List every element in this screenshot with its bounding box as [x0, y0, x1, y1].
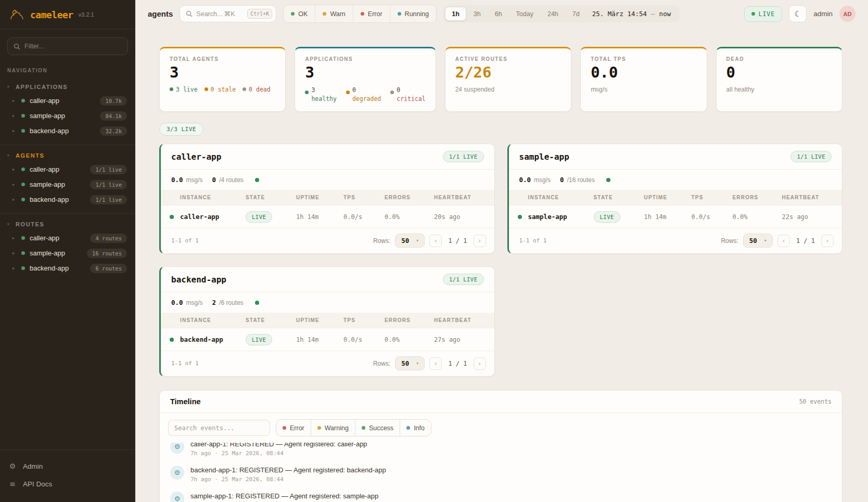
running-dot: [398, 12, 401, 16]
breakdown-label: healthy: [311, 95, 336, 104]
app-card-title[interactable]: sample-app: [519, 152, 569, 162]
app-logo: cameleer v3.2.1: [0, 0, 135, 29]
filter-label: Warning: [325, 424, 349, 432]
timeline-event-list[interactable]: ⚙ caller-app-1: REGISTERED — Agent regis…: [168, 443, 834, 502]
chevron-right-icon: ›: [478, 359, 481, 367]
uptime-cell: 1h 14m: [296, 336, 343, 343]
app-card-title[interactable]: caller-app: [171, 152, 221, 162]
timeline-search-input[interactable]: [168, 420, 270, 436]
time-range-1h[interactable]: 1h: [445, 7, 466, 21]
topbar: agents Ctrl+K OK Warn Error Running: [135, 0, 868, 27]
timeline-filter-success[interactable]: Success: [355, 420, 400, 436]
table-row[interactable]: caller-app LIVE 1h 14m 0.0/s 0.0% 20s ag…: [161, 205, 494, 228]
sidebar-group-header-applications[interactable]: ▾ APPLICATIONS: [6, 81, 129, 93]
sidebar-item-applications-caller-app[interactable]: ▸ caller-app 10.7k: [6, 93, 129, 108]
next-page-button[interactable]: ›: [821, 235, 834, 247]
time-range-24h[interactable]: 24h: [541, 7, 565, 21]
ok-dot: [291, 12, 295, 16]
routes-active-value: 0: [212, 176, 216, 184]
timeline-filter-info[interactable]: Info: [400, 420, 431, 436]
filter-error-button[interactable]: Error: [353, 5, 390, 22]
uptime-cell: 1h 14m: [296, 213, 343, 221]
timeline-filter-warning[interactable]: Warning: [311, 420, 355, 436]
time-range-6h[interactable]: 6h: [488, 7, 509, 21]
prev-page-button[interactable]: ‹: [429, 357, 442, 370]
next-page-button[interactable]: ›: [474, 357, 486, 370]
tps-cell: 0.0/s: [692, 213, 733, 221]
list-icon: ≡: [8, 480, 17, 488]
stat-subtext: msg/s: [591, 86, 696, 93]
sidebar-item-applications-backend-app[interactable]: ▸ backend-app 32.2k: [6, 123, 129, 138]
app-card-title[interactable]: backend-app: [171, 275, 226, 285]
rows-per-page-select[interactable]: 50 ▾: [743, 234, 773, 248]
instance-name: backend-app: [180, 336, 246, 343]
item-badge: 84.1k: [100, 111, 127, 121]
filter-label: OK: [298, 10, 308, 18]
chevron-right-icon: ›: [478, 237, 481, 244]
avatar[interactable]: AD: [839, 6, 856, 22]
chevron-left-icon: ‹: [782, 237, 785, 244]
stat-label: DEAD: [726, 56, 832, 62]
gear-icon: ⚙: [8, 462, 17, 470]
stat-subtext: all healthy: [726, 86, 832, 93]
sidebar-item-api-docs[interactable]: ≡ API Docs: [8, 475, 127, 493]
moon-icon: ☾: [794, 9, 801, 19]
filter-input[interactable]: [24, 43, 122, 50]
sidebar-item-routes-sample-app[interactable]: ▸ sample-app 16 routes: [6, 246, 129, 261]
item-badge: 1/1 live: [90, 165, 127, 174]
status-dot: [21, 129, 25, 133]
rows-per-page-select[interactable]: 50 ▾: [395, 234, 425, 248]
rows-per-page-value: 50: [749, 237, 757, 244]
filter-ok-button[interactable]: OK: [284, 5, 315, 22]
sidebar-group-header-agents[interactable]: ▾ AGENTS: [6, 149, 129, 162]
rows-label: Rows:: [721, 237, 738, 244]
time-range-today[interactable]: Today: [509, 7, 540, 21]
timeline-filter-group: Error Warning Success Info: [276, 419, 431, 436]
rows-per-page-select[interactable]: 50 ▾: [395, 356, 425, 370]
sidebar-item-applications-sample-app[interactable]: ▸ sample-app 84.1k: [6, 108, 129, 123]
event-title: caller-app-1: REGISTERED — Agent registe…: [190, 443, 367, 448]
table-row[interactable]: sample-app LIVE 1h 14m 0.0/s 0.0% 22s ag…: [509, 205, 843, 228]
group-label: ROUTES: [16, 221, 44, 227]
table-row[interactable]: backend-app LIVE 1h 14m 0.0/s 0.0% 27s a…: [161, 328, 494, 351]
pagination-range: 1-1 of 1: [171, 237, 199, 244]
search-input[interactable]: [196, 10, 244, 18]
time-range-3h[interactable]: 3h: [467, 7, 488, 21]
instance-status-dot: [518, 215, 522, 219]
sidebar-item-agents-caller-app[interactable]: ▸ caller-app 1/1 live: [6, 162, 129, 177]
table-header: INSTANCESTATEUPTIME TPSERRORSHEARTBEAT: [161, 190, 494, 205]
sidebar-item-routes-backend-app[interactable]: ▸ backend-app 6 routes: [6, 261, 129, 276]
sidebar-item-agents-sample-app[interactable]: ▸ sample-app 1/1 live: [6, 177, 129, 192]
time-range-7d[interactable]: 7d: [566, 7, 586, 21]
prev-page-button[interactable]: ‹: [777, 235, 790, 247]
timeline-event[interactable]: ⚙ caller-app-1: REGISTERED — Agent regis…: [168, 443, 834, 461]
filter-warn-button[interactable]: Warn: [315, 5, 352, 22]
errors-cell: 0.0%: [385, 213, 434, 221]
prev-page-button[interactable]: ‹: [429, 235, 442, 247]
filter-running-button[interactable]: Running: [390, 5, 437, 22]
sidebar-group-header-routes[interactable]: ▾ ROUTES: [6, 218, 129, 230]
stat-card-dead: DEAD 0 all healthy: [716, 47, 843, 112]
timeline-filter-error[interactable]: Error: [276, 420, 311, 436]
next-page-button[interactable]: ›: [474, 235, 486, 247]
footer-item-label: Admin: [23, 462, 43, 470]
critical-dot: [390, 91, 394, 94]
chevron-right-icon: ▸: [12, 182, 17, 187]
content-area: TOTAL AGENTS 3 3 live 0 stale 0 dead APP…: [135, 27, 868, 502]
filter-label: Warn: [330, 10, 345, 18]
dark-mode-toggle[interactable]: ☾: [789, 5, 807, 22]
timeline-event[interactable]: ⚙ sample-app-1: REGISTERED — Agent regis…: [168, 487, 834, 502]
time-range-display: 25. März 14:54 — now: [587, 10, 678, 18]
sidebar-item-routes-caller-app[interactable]: ▸ caller-app 4 routes: [6, 230, 129, 246]
event-time: 7h ago · 25 Mar 2026, 08:44: [190, 450, 367, 457]
event-time: 7h ago · 25 Mar 2026, 08:44: [190, 476, 386, 483]
sidebar-item-agents-backend-app[interactable]: ▸ backend-app 1/1 live: [6, 192, 129, 207]
timeline-event[interactable]: ⚙ backend-app-1: REGISTERED — Agent regi…: [168, 461, 834, 487]
filter-label: Running: [405, 10, 429, 18]
sidebar-item-admin[interactable]: ⚙ Admin: [8, 457, 127, 475]
chevron-right-icon: ›: [826, 237, 828, 244]
stat-card-total-agents: TOTAL AGENTS 3 3 live 0 stale 0 dead: [159, 47, 286, 112]
username-label: admin: [813, 10, 833, 18]
footer-item-label: API Docs: [23, 480, 52, 488]
instance-status-dot: [170, 215, 174, 219]
